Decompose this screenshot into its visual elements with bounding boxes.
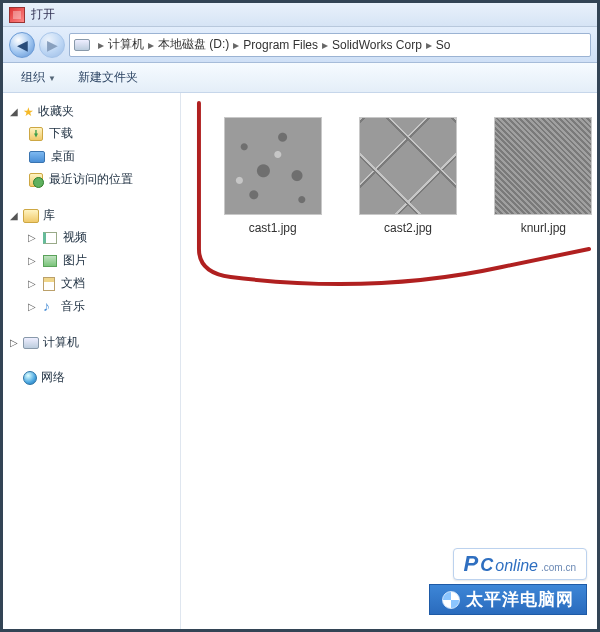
drive-icon <box>74 39 90 51</box>
download-icon <box>29 127 43 141</box>
file-name: knurl.jpg <box>490 221 597 235</box>
sidebar-item-libraries[interactable]: ◢ 库 <box>7 205 176 226</box>
library-icon <box>23 209 39 223</box>
watermark-text: online <box>495 557 538 575</box>
address-bar[interactable]: ▸ 计算机 ▸ 本地磁盘 (D:) ▸ Program Files ▸ Soli… <box>69 33 591 57</box>
sidebar-item-label: 桌面 <box>51 148 75 165</box>
chevron-right-icon: ▸ <box>98 38 104 52</box>
breadcrumb-item[interactable]: Program Files <box>243 38 318 52</box>
chevron-right-icon: ▶ <box>47 38 58 52</box>
breadcrumb[interactable]: ▸ 计算机 ▸ 本地磁盘 (D:) ▸ Program Files ▸ Soli… <box>94 36 451 53</box>
star-icon: ★ <box>23 105 34 119</box>
expand-icon[interactable]: ▷ <box>9 337 19 348</box>
watermark-logo: PConline.com.cn <box>453 548 587 580</box>
expand-icon[interactable]: ▷ <box>27 278 37 289</box>
picture-icon <box>43 255 57 267</box>
file-thumbnail <box>494 117 592 215</box>
sidebar-item-desktop[interactable]: 桌面 <box>7 145 176 168</box>
chevron-down-icon: ▼ <box>48 74 56 83</box>
content-pane[interactable]: cast1.jpg cast2.jpg knurl.jpg PConline.c… <box>181 93 597 629</box>
sidebar-item-label: 视频 <box>63 229 87 246</box>
sidebar-item-label: 最近访问的位置 <box>49 171 133 188</box>
sidebar-item-recent[interactable]: 最近访问的位置 <box>7 168 176 191</box>
file-thumbnail <box>359 117 457 215</box>
music-icon <box>43 300 55 314</box>
document-icon <box>43 277 55 291</box>
sidebar-item-videos[interactable]: ▷ 视频 <box>7 226 176 249</box>
expand-icon[interactable]: ▷ <box>27 301 37 312</box>
network-label: 网络 <box>41 369 65 386</box>
sidebar: ◢ ★ 收藏夹 下载 桌面 最近访问的位置 ◢ 库 <box>3 93 181 629</box>
computer-icon <box>23 337 39 349</box>
nav-row: ◀ ▶ ▸ 计算机 ▸ 本地磁盘 (D:) ▸ Program Files ▸ … <box>3 27 597 63</box>
sidebar-item-label: 图片 <box>63 252 87 269</box>
collapse-icon[interactable]: ◢ <box>9 106 19 117</box>
watermark-text: .com.cn <box>541 562 576 573</box>
sidebar-item-pictures[interactable]: ▷ 图片 <box>7 249 176 272</box>
expand-icon[interactable]: ▷ <box>27 255 37 266</box>
chevron-left-icon: ◀ <box>17 38 28 52</box>
favorites-label: 收藏夹 <box>38 103 74 120</box>
sidebar-item-computer[interactable]: ▷ 计算机 <box>7 332 176 353</box>
watermark: PConline.com.cn 太平洋电脑网 <box>429 548 587 615</box>
sidebar-item-label: 文档 <box>61 275 85 292</box>
network-icon <box>23 371 37 385</box>
file-item[interactable]: cast1.jpg <box>219 117 326 235</box>
sidebar-item-network[interactable]: 网络 <box>7 367 176 388</box>
breadcrumb-item[interactable]: 本地磁盘 (D:) <box>158 36 229 53</box>
chevron-right-icon: ▸ <box>148 38 154 52</box>
sidebar-item-label: 下载 <box>49 125 73 142</box>
file-grid: cast1.jpg cast2.jpg knurl.jpg <box>181 93 597 235</box>
sidebar-group-libraries: ◢ 库 ▷ 视频 ▷ 图片 ▷ 文档 ▷ 音乐 <box>7 205 176 318</box>
new-folder-button[interactable]: 新建文件夹 <box>70 67 146 88</box>
sidebar-item-label: 音乐 <box>61 298 85 315</box>
sidebar-item-favorites[interactable]: ◢ ★ 收藏夹 <box>7 101 176 122</box>
watermark-text: P <box>464 551 479 577</box>
window-title: 打开 <box>31 6 55 23</box>
new-folder-label: 新建文件夹 <box>78 70 138 84</box>
sidebar-item-music[interactable]: ▷ 音乐 <box>7 295 176 318</box>
file-item[interactable]: cast2.jpg <box>354 117 461 235</box>
toolbar: 组织▼ 新建文件夹 <box>3 63 597 93</box>
app-icon <box>9 7 25 23</box>
titlebar: 打开 <box>3 3 597 27</box>
back-button[interactable]: ◀ <box>9 32 35 58</box>
video-icon <box>43 232 57 244</box>
file-item[interactable]: knurl.jpg <box>490 117 597 235</box>
forward-button[interactable]: ▶ <box>39 32 65 58</box>
file-name: cast2.jpg <box>354 221 461 235</box>
file-thumbnail <box>224 117 322 215</box>
desktop-icon <box>29 151 45 163</box>
sidebar-item-documents[interactable]: ▷ 文档 <box>7 272 176 295</box>
sidebar-group-favorites: ◢ ★ 收藏夹 下载 桌面 最近访问的位置 <box>7 101 176 191</box>
breadcrumb-item[interactable]: SolidWorks Corp <box>332 38 422 52</box>
globe-icon <box>442 591 460 609</box>
organize-label: 组织 <box>21 70 45 84</box>
recent-places-icon <box>29 173 43 187</box>
expand-icon[interactable] <box>9 372 19 383</box>
libraries-label: 库 <box>43 207 55 224</box>
chevron-right-icon: ▸ <box>426 38 432 52</box>
computer-label: 计算机 <box>43 334 79 351</box>
organize-button[interactable]: 组织▼ <box>13 67 64 88</box>
watermark-tagline: 太平洋电脑网 <box>429 584 587 615</box>
main-split: ◢ ★ 收藏夹 下载 桌面 最近访问的位置 ◢ 库 <box>3 93 597 629</box>
file-name: cast1.jpg <box>219 221 326 235</box>
sidebar-item-downloads[interactable]: 下载 <box>7 122 176 145</box>
expand-icon[interactable]: ▷ <box>27 232 37 243</box>
chevron-right-icon: ▸ <box>233 38 239 52</box>
chevron-right-icon: ▸ <box>322 38 328 52</box>
breadcrumb-item[interactable]: So <box>436 38 451 52</box>
watermark-text: C <box>480 555 493 576</box>
collapse-icon[interactable]: ◢ <box>9 210 19 221</box>
breadcrumb-item[interactable]: 计算机 <box>108 36 144 53</box>
watermark-tagline-text: 太平洋电脑网 <box>466 588 574 611</box>
sidebar-group-network: 网络 <box>7 367 176 388</box>
sidebar-group-computer: ▷ 计算机 <box>7 332 176 353</box>
